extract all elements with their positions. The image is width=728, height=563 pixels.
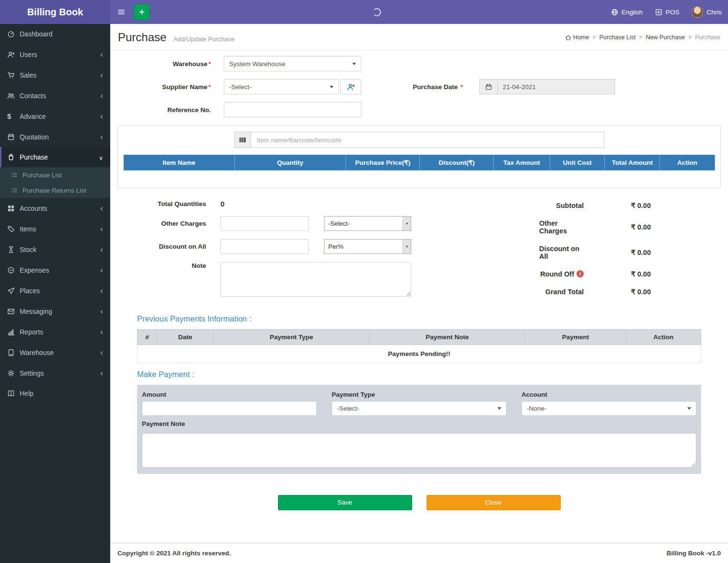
sidebar-item-purchase-returns-list[interactable]: Purchase Returns List — [0, 183, 110, 198]
warehouse-select[interactable]: System Warehouse — [224, 56, 361, 71]
save-button[interactable]: Save — [278, 495, 412, 510]
other-charges-input[interactable] — [220, 216, 309, 231]
sidebar-item-settings[interactable]: Settings — [0, 363, 110, 383]
amount-input[interactable] — [142, 401, 317, 416]
sidebar-item-messaging[interactable]: Messaging — [0, 301, 110, 322]
sidebar-item-expenses[interactable]: Expenses — [0, 260, 110, 280]
quick-add-button[interactable] — [134, 4, 150, 20]
pos-plus-square-icon — [655, 9, 662, 16]
chevron-left-icon — [100, 204, 103, 212]
discount-total-label: Discount on All — [539, 245, 587, 260]
breadcrumb-home[interactable]: Home — [565, 34, 589, 41]
sidebar-item-label: Advance — [20, 113, 46, 120]
col-unit-cost: Unit Cost — [550, 155, 605, 171]
previous-payments-title: Previous Payments Information : — [137, 314, 701, 323]
sidebar-item-label: Expenses — [20, 266, 49, 274]
sidebar-item-items[interactable]: Items — [0, 218, 110, 239]
chevron-left-icon — [100, 112, 103, 120]
sidebar-item-help[interactable]: Help — [0, 383, 110, 403]
payment-type-label: Payment Type — [332, 391, 507, 398]
version-text: Billing Book -v1.0 — [667, 550, 721, 557]
other-charges-select[interactable]: -Select- — [324, 216, 411, 231]
sidebar-item-label: Sales — [20, 71, 36, 79]
account-select[interactable]: -None- — [521, 401, 696, 416]
discount-on-all-input[interactable] — [220, 239, 309, 254]
sidebar: Dashboard Users Sales Contacts — [0, 24, 110, 563]
language-menu[interactable]: English — [605, 0, 649, 24]
discount-on-all-label: Discount on All — [117, 243, 220, 250]
caret-down-icon — [687, 407, 691, 410]
items-panel: Item Name Quantity Purchase Price(₹) Dis… — [117, 125, 721, 188]
discount-type-select[interactable]: Per% — [324, 239, 411, 254]
sidebar-item-users[interactable]: Users — [0, 44, 110, 65]
items-table: Item Name Quantity Purchase Price(₹) Dis… — [123, 154, 715, 188]
purchase-date-input[interactable] — [497, 79, 615, 94]
user-menu[interactable]: Chris — [685, 0, 728, 24]
caret-down-icon — [497, 407, 501, 410]
chevron-left-icon — [100, 348, 103, 356]
discount-total-value: ₹ 0.00 — [587, 249, 651, 256]
sidebar-item-purchase-list[interactable]: Purchase List — [0, 167, 110, 183]
subtotal-label: Subtotal — [556, 202, 584, 209]
subtotal-value: ₹ 0.00 — [584, 202, 651, 209]
form-actions: Save Close — [117, 495, 721, 510]
col-payment-action: Action — [626, 329, 701, 345]
top-navbar-content: English POS Chris — [110, 0, 728, 24]
other-charges-total-label: Other Charges — [539, 219, 586, 235]
sidebar-item-label: Contacts — [20, 92, 46, 100]
breadcrumb-label: Home — [573, 34, 589, 41]
items-table-header: Item Name Quantity Purchase Price(₹) Dis… — [124, 155, 715, 171]
quotation-calendar-icon — [7, 133, 20, 141]
close-button[interactable]: Close — [427, 495, 561, 510]
sidebar-item-warehouse[interactable]: Warehouse — [0, 342, 110, 363]
app-logo[interactable]: Billing Book — [0, 0, 110, 24]
other-charges-select-value: -Select- — [328, 220, 350, 227]
supplier-select[interactable]: -Select- — [224, 79, 339, 94]
sidebar-item-reports[interactable]: Reports — [0, 322, 110, 342]
sidebar-item-stock[interactable]: Stock — [0, 239, 110, 260]
items-table-empty-row — [124, 171, 715, 188]
warehouse-label: Warehouse* — [117, 60, 224, 68]
purchase-date-group — [479, 79, 615, 94]
page-subtitle: Add/Update Purchase — [173, 35, 234, 43]
payment-type-select[interactable]: -Select- — [332, 401, 507, 416]
app-window: Billing Book English POS — [0, 0, 728, 563]
make-payment-panel: Amount Payment Type -Select- — [137, 385, 701, 474]
sidebar-item-quotation[interactable]: Quotation — [0, 126, 110, 147]
pos-button[interactable]: POS — [649, 0, 686, 24]
round-off-info-icon[interactable] — [577, 270, 584, 277]
settings-gear-icon — [7, 369, 20, 377]
add-supplier-button[interactable] — [340, 79, 361, 94]
item-search-input[interactable] — [251, 132, 604, 148]
sidebar-item-purchase[interactable]: Purchase — [0, 147, 110, 167]
amount-label: Amount — [142, 391, 317, 398]
sidebar-item-label: Reports — [20, 328, 43, 336]
sidebar-item-dashboard[interactable]: Dashboard — [0, 24, 110, 44]
col-discount: Discount(₹) — [420, 155, 494, 171]
breadcrumb-purchase-list[interactable]: Purchase List — [600, 34, 636, 41]
sidebar-item-places[interactable]: Places — [0, 280, 110, 301]
sidebar-item-accounts[interactable]: Accounts — [0, 198, 110, 218]
user-name: Chris — [706, 9, 722, 16]
navbar-right: English POS Chris — [605, 0, 728, 24]
sidebar-item-contacts[interactable]: Contacts — [0, 85, 110, 106]
sidebar-toggle-button[interactable] — [110, 0, 132, 24]
language-label: English — [622, 9, 643, 16]
sidebar-item-sales[interactable]: Sales — [0, 65, 110, 85]
sidebar-item-advance[interactable]: Advance — [0, 106, 110, 126]
top-navbar: Billing Book English POS — [0, 0, 728, 24]
summary-panel: Subtotal ₹ 0.00 Other Charges ₹ 0.00 Dis… — [539, 200, 721, 306]
breadcrumb-new-purchase[interactable]: New Purchase — [646, 34, 685, 41]
col-total-amount: Total Amount — [605, 155, 660, 171]
sidebar-item-label: Stock — [20, 246, 36, 253]
reference-input[interactable] — [224, 102, 361, 117]
breadcrumb-current: Purchase — [695, 34, 720, 41]
places-send-icon — [7, 287, 20, 295]
col-payment: Payment — [525, 329, 626, 345]
payment-type-select-value: -Select- — [337, 405, 359, 412]
payments-pending-row: Payments Pending!! — [138, 345, 701, 363]
payment-note-textarea[interactable] — [142, 433, 696, 468]
note-textarea[interactable] — [220, 262, 411, 297]
footer: Copyright © 2021 All rights reserved. Bi… — [110, 543, 728, 563]
help-book-icon — [7, 390, 20, 397]
